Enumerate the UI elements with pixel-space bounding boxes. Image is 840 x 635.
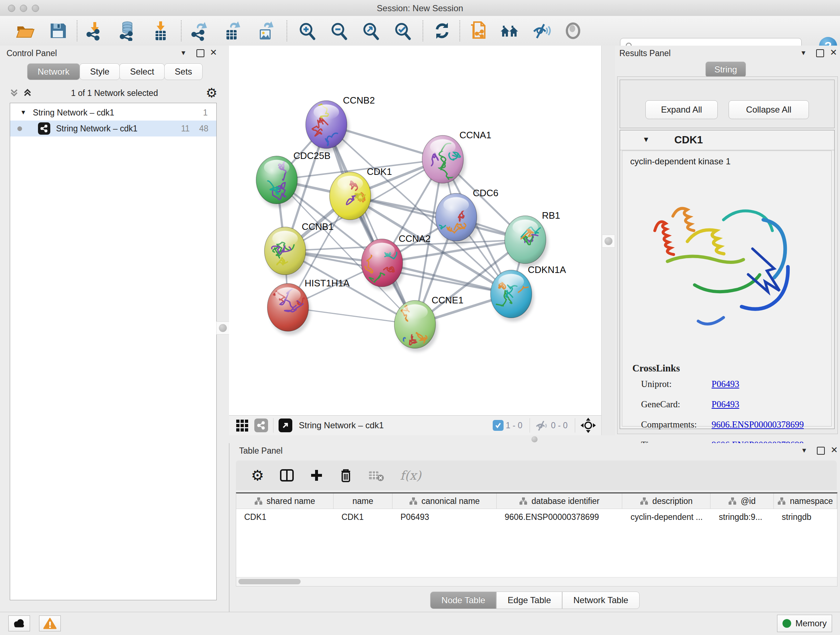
table-cell[interactable]: CDK1 [333,509,393,525]
detach-view-icon[interactable] [279,418,292,432]
first-neighbors-icon[interactable] [499,21,519,41]
delete-column-icon[interactable] [339,468,353,483]
import-network-database-icon[interactable] [117,21,137,41]
tab-select[interactable]: Select [119,63,164,80]
open-session-icon[interactable] [15,21,35,41]
table-cell[interactable]: 9606.ENSP00000378699 [497,509,622,525]
show-graphics-icon[interactable] [563,21,583,41]
export-network-icon[interactable] [189,21,210,41]
column-header--id[interactable]: @id [711,494,774,509]
section-collapse-icon[interactable]: ▼ [643,135,650,144]
panel-close-icon[interactable]: ✕ [831,447,838,453]
panel-float-icon[interactable] [817,447,825,455]
node-HIST1H1A[interactable]: HIST1H1A [267,278,350,335]
export-image-icon[interactable] [256,21,276,41]
table-cell[interactable]: CDK1 [236,509,333,525]
import-table-icon[interactable] [150,21,171,41]
show-columns-icon[interactable] [279,468,294,483]
horizontal-scrollbar[interactable] [236,577,837,586]
add-column-icon[interactable] [309,469,324,482]
node-CCNA2[interactable]: CCNA2 [362,233,431,290]
column-header-description[interactable]: description [622,494,711,509]
collapse-all-button[interactable]: Collapse All [729,100,809,119]
crosslink-link[interactable]: P06493 [712,379,739,389]
network-canvas[interactable]: CCNB2CCNA1CDC25BCDK1CDC6RB1CCNB1CCNA2CDK… [229,46,601,416]
refresh-icon[interactable] [432,21,452,41]
splitter-handle[interactable] [531,436,538,442]
import-network-file-icon[interactable] [85,21,105,41]
node-CDKN1A[interactable]: CDKN1A [491,264,566,321]
warning-icon [43,618,57,629]
panel-float-icon[interactable] [816,49,824,57]
column-header-namespace[interactable]: namespace [774,494,837,509]
warnings-button[interactable] [39,616,61,631]
tab-node-table[interactable]: Node Table [430,592,496,609]
grid-view-icon[interactable] [235,418,249,432]
panel-float-icon[interactable] [196,49,204,57]
zoom-selected-icon[interactable] [392,21,412,41]
network-document-icon[interactable] [467,21,488,41]
function-builder-icon[interactable]: f(x) [400,468,421,483]
toolbar-separator [459,20,460,41]
tab-edge-table[interactable]: Edge Table [496,592,562,609]
selected-checkbox-icon[interactable] [493,420,504,431]
node-CCNB2[interactable]: CCNB2 [306,95,375,152]
tab-string[interactable]: String [706,62,746,78]
node-CCNE1[interactable]: CCNE1 [394,295,463,352]
panel-menu-icon[interactable]: ▼ [800,49,807,57]
zoom-fit-icon[interactable] [360,21,381,41]
column-header-shared-name[interactable]: shared name [236,494,333,509]
crosslink-link[interactable]: 9606.ENSP00000378699 [712,420,804,430]
gene-section-header[interactable]: ▼ CDK1 [620,130,834,150]
scrollbar-thumb[interactable] [238,579,301,584]
column-header-canonical-name[interactable]: canonical name [393,494,497,509]
tab-network-table[interactable]: Network Table [562,592,639,609]
memory-button[interactable]: Memory [777,615,832,632]
expand-all-button[interactable]: Expand All [645,100,718,119]
edge-CCNB2-CCNE1[interactable] [326,125,415,325]
zoom-out-icon[interactable] [328,21,349,41]
crosslink-link[interactable]: P06493 [712,399,739,409]
table-cell[interactable]: stringdb:9... [711,509,774,525]
tree-expand-icon[interactable]: ▼ [20,109,27,116]
gene-details: cyclin-dependent kinase 1 [622,150,832,426]
gear-icon[interactable]: ⚙ [206,86,218,101]
hide-graphics-icon[interactable] [531,21,551,41]
vertical-splitter[interactable] [601,46,616,435]
network-view[interactable]: CCNB2CCNA1CDC25BCDK1CDC6RB1CCNB1CCNA2CDK… [229,46,601,435]
tab-network[interactable]: Network [27,63,80,80]
node-CDC6[interactable]: CDC6 [431,187,498,245]
table-cell[interactable]: stringdb [774,509,837,525]
panel-menu-icon[interactable]: ▼ [180,49,187,57]
save-session-icon[interactable] [48,21,68,41]
network-collection-row[interactable]: ▼ String Network – cdk1 1 [10,105,216,120]
network-badge-icon[interactable] [254,418,268,432]
splitter-handle[interactable] [216,321,229,334]
crosslink-label: Uniprot: [641,379,712,389]
node-CDC25B[interactable]: CDC25B [256,150,331,207]
table-row[interactable]: CDK1CDK1P064939606.ENSP00000378699cyclin… [236,509,837,525]
panel-menu-icon[interactable]: ▼ [801,447,807,454]
delete-table-icon[interactable] [368,469,385,482]
node-RB1[interactable]: RB1 [505,210,561,267]
node-CCNA1[interactable]: CCNA1 [422,130,491,187]
hidden-eye-icon[interactable] [535,419,549,432]
zoom-in-icon[interactable] [297,21,317,41]
export-table-icon[interactable] [222,21,242,41]
table-settings-gear-icon[interactable]: ⚙ [251,467,264,484]
table-cell[interactable]: cyclin-dependent ... [622,509,711,525]
toolbar-separator [423,20,423,41]
cloud-button[interactable] [8,616,30,631]
node-table[interactable]: shared namenamecanonical namedatabase id… [236,492,837,586]
panel-close-icon[interactable]: ✕ [210,49,217,56]
network-status-dot [17,126,22,131]
table-cell[interactable]: P06493 [393,509,497,525]
tab-sets[interactable]: Sets [164,63,202,80]
panel-close-icon[interactable]: ✕ [830,49,837,56]
tab-style[interactable]: Style [80,63,120,80]
column-header-database-identifier[interactable]: database identifier [497,494,622,509]
birdseye-crosshair-icon[interactable] [580,417,596,433]
network-row-selected[interactable]: String Network – cdk1 11 48 [10,120,216,136]
column-header-name[interactable]: name [333,494,393,509]
splitter-handle[interactable] [602,234,615,248]
